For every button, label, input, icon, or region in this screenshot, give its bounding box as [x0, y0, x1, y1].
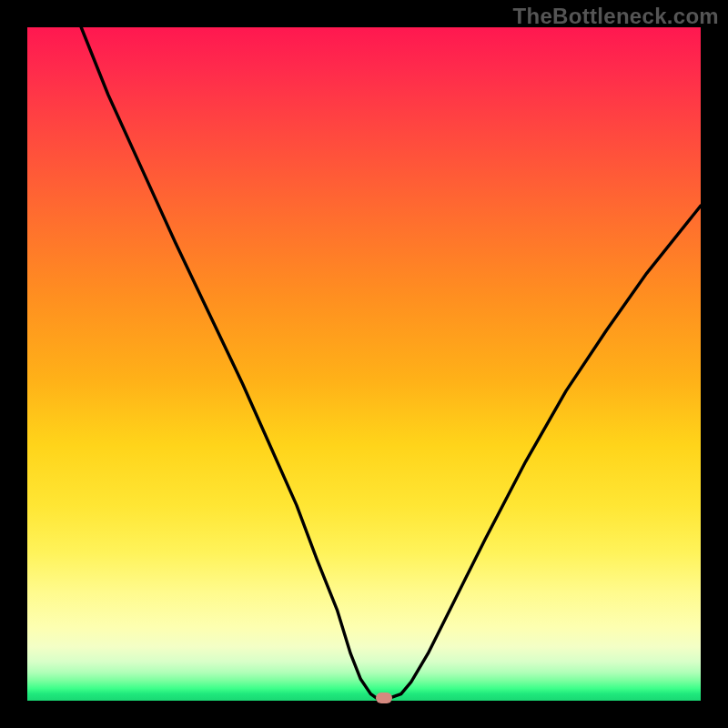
plot-area	[27, 27, 701, 701]
bottleneck-curve	[81, 27, 701, 699]
curve-svg	[27, 27, 701, 701]
watermark-text: TheBottleneck.com	[513, 4, 719, 29]
chart-frame: TheBottleneck.com	[0, 0, 728, 728]
minimum-marker	[376, 693, 392, 703]
